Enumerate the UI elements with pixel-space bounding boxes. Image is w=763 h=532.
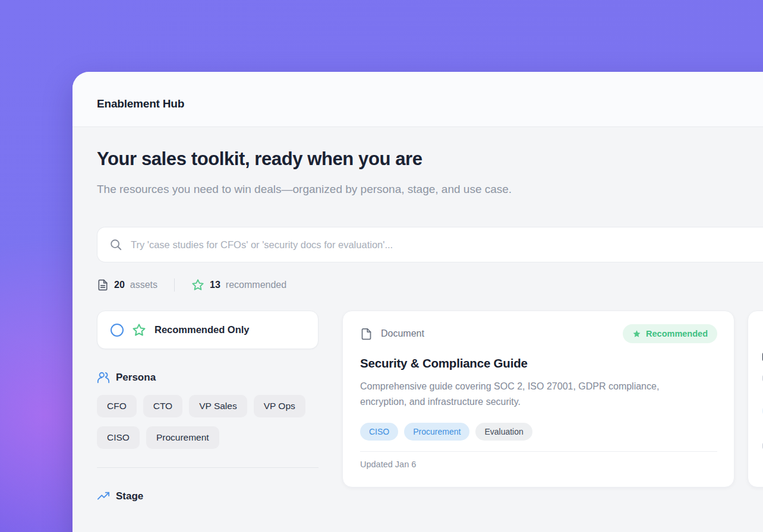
asset-card-security-compliance-guide[interactable]: Document Recommended Security & Complian… xyxy=(342,311,734,487)
recommended-badge-label: Recommended xyxy=(646,329,708,338)
star-outline-icon xyxy=(191,278,204,292)
recommended-only-toggle[interactable]: Recommended Only xyxy=(97,311,319,349)
users-icon xyxy=(97,371,110,384)
stage-section-label: Stage xyxy=(116,490,143,502)
search-placeholder: Try 'case studies for CFOs' or 'security… xyxy=(131,239,393,251)
stats-row: 20 assets 13 recommended xyxy=(97,278,763,292)
tag-ciso[interactable]: CISO xyxy=(360,423,398,441)
asset-cards: Document Recommended Security & Complian… xyxy=(342,311,763,487)
recommended-count: 13 xyxy=(210,280,220,290)
enablement-hub-panel: Enablement Hub Your sales toolkit, ready… xyxy=(72,72,763,532)
persona-chip-vp-ops[interactable]: VP Ops xyxy=(254,395,305,417)
trending-up-icon xyxy=(97,490,110,503)
filter-sidebar: Recommended Only Persona CFO CTO VP Sale… xyxy=(97,311,319,503)
asset-card-partial[interactable] xyxy=(748,311,763,487)
star-filled-icon xyxy=(632,330,641,338)
panel-header: Enablement Hub xyxy=(72,72,763,127)
content-grid: Recommended Only Persona CFO CTO VP Sale… xyxy=(97,311,763,503)
app-title: Enablement Hub xyxy=(97,97,763,110)
assets-count: 20 xyxy=(114,280,125,290)
panel-body: Your sales toolkit, ready when you are T… xyxy=(72,127,763,503)
assets-label: assets xyxy=(130,280,157,290)
asset-description: Comprehensive guide covering SOC 2, ISO … xyxy=(360,379,702,410)
asset-tags: CISO Procurement Evaluation xyxy=(360,423,717,441)
card-footer: Updated Jan 6 xyxy=(360,451,717,477)
recommended-badge: Recommended xyxy=(623,324,717,343)
star-outline-icon xyxy=(132,323,146,337)
stats-divider xyxy=(174,278,175,292)
stage-section-header: Stage xyxy=(97,490,319,503)
persona-chip-ciso[interactable]: CISO xyxy=(97,426,140,449)
tag-procurement[interactable]: Procurement xyxy=(404,423,469,441)
persona-section-label: Persona xyxy=(116,372,156,384)
persona-chip-vp-sales[interactable]: VP Sales xyxy=(189,395,247,417)
asset-title: Security & Compliance Guide xyxy=(360,356,717,370)
persona-section-header: Persona xyxy=(97,371,319,384)
asset-type-label: Document xyxy=(381,328,424,339)
recommended-label: recommended xyxy=(226,280,286,290)
recommended-stat: 13 recommended xyxy=(191,278,286,292)
recommended-only-checkbox[interactable] xyxy=(111,324,124,337)
assets-stat: 20 assets xyxy=(97,278,157,292)
persona-chips: CFO CTO VP Sales VP Ops CISO Procurement xyxy=(97,395,319,449)
document-icon xyxy=(97,278,109,292)
tag-evaluation[interactable]: Evaluation xyxy=(475,423,532,441)
persona-chip-cfo[interactable]: CFO xyxy=(97,395,137,417)
asset-updated-date: Updated Jan 6 xyxy=(360,460,416,469)
search-input[interactable]: Try 'case studies for CFOs' or 'security… xyxy=(97,227,763,262)
filter-divider xyxy=(97,467,319,468)
search-icon xyxy=(109,238,122,251)
page-subtitle: The resources you need to win deals—orga… xyxy=(97,179,584,200)
persona-chip-cto[interactable]: CTO xyxy=(143,395,182,417)
persona-chip-procurement[interactable]: Procurement xyxy=(146,426,219,449)
file-icon xyxy=(360,327,373,341)
card-header: Document Recommended xyxy=(360,324,717,343)
recommended-only-label: Recommended Only xyxy=(155,324,250,335)
page-title: Your sales toolkit, ready when you are xyxy=(97,148,763,170)
